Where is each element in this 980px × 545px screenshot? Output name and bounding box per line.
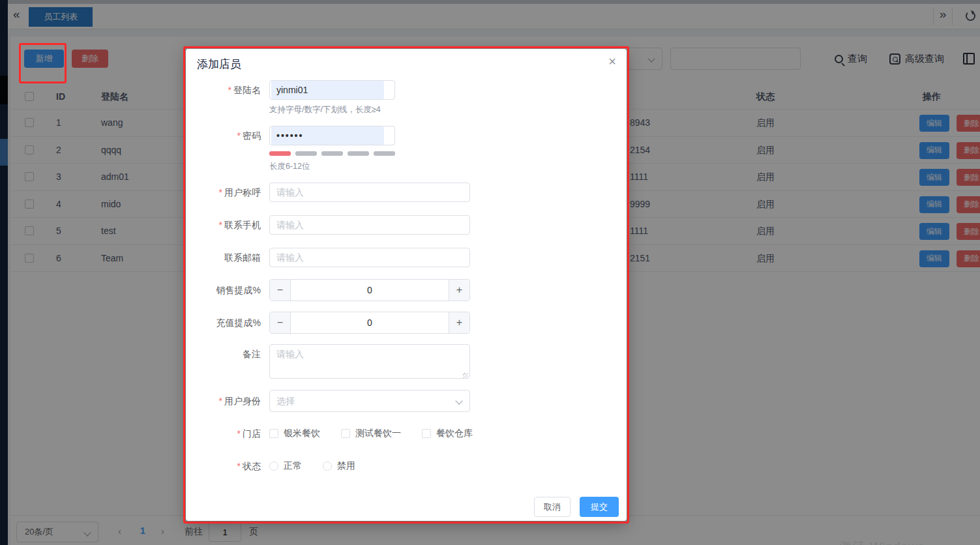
email-input[interactable] (269, 248, 470, 267)
email-label: 联系邮箱 (186, 248, 261, 267)
status-option-label-1: 禁用 (337, 460, 355, 472)
plus-button[interactable]: + (449, 280, 469, 301)
close-icon[interactable]: × (608, 54, 616, 69)
status-option-0[interactable]: 正常 (269, 460, 302, 472)
plus-button[interactable]: + (449, 312, 469, 333)
cancel-button[interactable]: 取消 (534, 497, 571, 517)
role-select[interactable]: 选择 (269, 390, 470, 412)
strength-bar (269, 151, 291, 156)
status-options: 正常禁用 (269, 460, 376, 473)
status-option-1[interactable]: 禁用 (323, 460, 355, 472)
modal-title: 添加店员 (197, 57, 241, 72)
phone-input[interactable] (269, 215, 470, 235)
login-hint: 支持字母/数字/下划线，长度≥4 (269, 104, 381, 115)
store-options: 银米餐饮测试餐饮一餐饮仓库 (269, 427, 494, 440)
minus-button[interactable]: − (270, 280, 291, 301)
remark-textarea[interactable] (269, 344, 470, 379)
radio-icon[interactable] (323, 462, 332, 471)
store-option-label-1: 测试餐饮一 (355, 428, 401, 439)
add-clerk-modal: 添加店员 × *登陆名 支持字母/数字/下划线，长度≥4 *密码 长度6-12位… (186, 49, 627, 521)
recharge-commission-value[interactable]: 0 (291, 312, 449, 333)
store-option-1[interactable]: 测试餐饮一 (341, 428, 401, 439)
nickname-input[interactable] (269, 183, 470, 202)
store-option-label-0: 银米餐饮 (284, 428, 320, 439)
status-label: *状态 (186, 460, 261, 473)
store-option-2[interactable]: 餐饮仓库 (422, 428, 473, 439)
role-placeholder: 选择 (276, 396, 295, 406)
password-strength-meter (269, 151, 395, 156)
remark-label: 备注 (186, 344, 261, 364)
login-input[interactable] (269, 80, 395, 100)
password-hint: 长度6-12位 (269, 161, 310, 172)
sales-commission-stepper: − 0 + (269, 279, 470, 301)
store-option-0[interactable]: 银米餐饮 (269, 428, 320, 439)
role-label: *用户身份 (186, 390, 261, 412)
screen: « 员工列表 » 新增 删除 查询 高级查询 ID 登陆名 状态 操作 1 (0, 0, 980, 545)
strength-bar (348, 151, 369, 156)
sales-commission-value[interactable]: 0 (291, 280, 449, 301)
phone-label: *联系手机 (186, 215, 261, 235)
resize-handle[interactable] (463, 373, 468, 378)
recharge-commission-stepper: − 0 + (269, 312, 470, 334)
checkbox-icon[interactable] (422, 429, 431, 438)
password-label: *密码 (186, 126, 261, 145)
status-option-label-0: 正常 (284, 460, 302, 472)
chevron-down-icon (455, 397, 462, 404)
recharge-commission-label: 充值提成% (186, 312, 261, 334)
strength-bar (295, 151, 317, 156)
store-option-label-2: 餐饮仓库 (436, 428, 473, 439)
checkbox-icon[interactable] (269, 429, 278, 438)
login-label: *登陆名 (186, 80, 261, 100)
strength-bar (374, 151, 395, 156)
radio-icon[interactable] (269, 462, 278, 471)
sales-commission-label: 销售提成% (186, 279, 261, 301)
checkbox-icon[interactable] (341, 429, 350, 438)
nickname-label: *用户称呼 (186, 183, 261, 202)
minus-button[interactable]: − (270, 312, 291, 333)
submit-button[interactable]: 提交 (580, 497, 619, 517)
password-input[interactable] (269, 126, 395, 145)
strength-bar (321, 151, 343, 156)
stores-label: *门店 (186, 427, 261, 440)
